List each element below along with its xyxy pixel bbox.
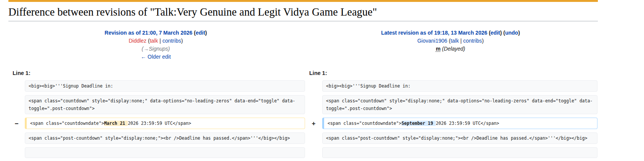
diff-deleted-line: <span class="countdowndate">March 21 202… <box>25 118 305 129</box>
paren: ) <box>181 38 183 44</box>
minor-edit-flag: m <box>436 46 440 52</box>
deleted-line-post: 2026 23:59:59 UTC</span> <box>128 121 191 126</box>
diff-context-line-right: <span class="countdown" style="display:n… <box>322 95 597 114</box>
old-revision-link[interactable]: Revision as of 21:00, 7 March 2026 <box>104 30 192 36</box>
diff-empty-line-right <box>322 147 597 158</box>
diff-marker-empty <box>305 147 322 150</box>
diff-context-line-right: <span class="post-countdown" style="disp… <box>322 132 597 144</box>
new-revision-title-line: Latest revision as of 19:18, 13 March 20… <box>303 29 598 37</box>
top-accent-bar <box>8 0 598 2</box>
old-revision-comment-line: (→Signups) <box>8 45 303 53</box>
page-content: Difference between revisions of "Talk:Ve… <box>8 0 598 161</box>
diff-marker-empty <box>8 80 25 83</box>
old-user-contribs-link[interactable]: contribs <box>162 38 181 44</box>
older-edit-link[interactable]: ← Older edit <box>141 54 171 60</box>
new-revision-user-line: Giovani1906 (talk | contribs) <box>303 37 598 45</box>
diff-revision-headers: Revision as of 21:00, 7 March 2026 (edit… <box>8 29 598 61</box>
diff-marker-empty <box>8 147 25 150</box>
old-user-link[interactable]: Diddlez <box>128 38 146 44</box>
diff-added-line: <span class="countdowndate">September 19… <box>322 118 597 129</box>
paren: ) <box>482 38 484 44</box>
diff-context-line-left: <span class="countdown" style="display:n… <box>25 95 305 114</box>
deleted-line-marker: − <box>8 118 25 127</box>
new-user-talk-link[interactable]: talk <box>451 38 459 44</box>
diff-empty-line-left <box>25 147 305 158</box>
old-revision-user-line: Diddlez (talk | contribs) <box>8 37 303 45</box>
deleted-change-highlight: March 21 <box>104 121 128 126</box>
diff-marker-empty <box>8 95 25 98</box>
diff-marker-empty <box>305 132 322 135</box>
old-revision-header: Revision as of 21:00, 7 March 2026 (edit… <box>8 29 303 61</box>
new-edit-summary: (Delayed) <box>442 46 465 52</box>
old-edit-summary: (→Signups) <box>142 46 170 52</box>
new-edit-link[interactable]: edit <box>491 30 500 36</box>
added-change-highlight: September 19 <box>401 121 436 126</box>
diff-marker-empty <box>305 95 322 98</box>
diff-context-line-left: <big><big>'''Signup Deadline in: <box>25 80 305 92</box>
new-user-contribs-link[interactable]: contribs <box>463 38 482 44</box>
added-line-pre: <span class="countdowndate"> <box>328 121 401 126</box>
added-line-marker: + <box>305 118 322 127</box>
diff-context-line-left: <span class="post-countdown" style="disp… <box>25 132 305 144</box>
old-edit-link[interactable]: edit <box>196 30 205 36</box>
old-revision-title-line: Revision as of 21:00, 7 March 2026 (edit… <box>8 29 303 37</box>
old-user-talk-link[interactable]: talk <box>150 38 158 44</box>
new-revision-comment-line: m (Delayed) <box>303 45 598 53</box>
undo-link[interactable]: undo <box>505 30 518 36</box>
deleted-line-pre: <span class="countdowndate"> <box>30 121 104 126</box>
paren: ) <box>518 30 520 36</box>
old-revision-nav-line: ← Older edit <box>8 53 303 61</box>
diff-table: Line 1: Line 1: <big><big>'''Signup Dead… <box>8 70 598 158</box>
paren: ) <box>205 30 207 36</box>
diff-marker-empty <box>8 132 25 135</box>
diff-marker-empty <box>305 80 322 83</box>
new-user-link[interactable]: Giovani1906 <box>417 38 447 44</box>
added-line-post: 2026 23:59:59 UTC</span> <box>436 121 499 126</box>
right-line-header: Line 1: <box>305 70 597 76</box>
left-line-header: Line 1: <box>8 70 305 76</box>
page-title: Difference between revisions of "Talk:Ve… <box>8 6 598 21</box>
new-revision-header: Latest revision as of 19:18, 13 March 20… <box>303 29 598 61</box>
new-revision-link[interactable]: Latest revision as of 19:18, 13 March 20… <box>381 30 487 36</box>
diff-context-line-right: <big><big>'''Signup Deadline in: <box>322 80 597 92</box>
